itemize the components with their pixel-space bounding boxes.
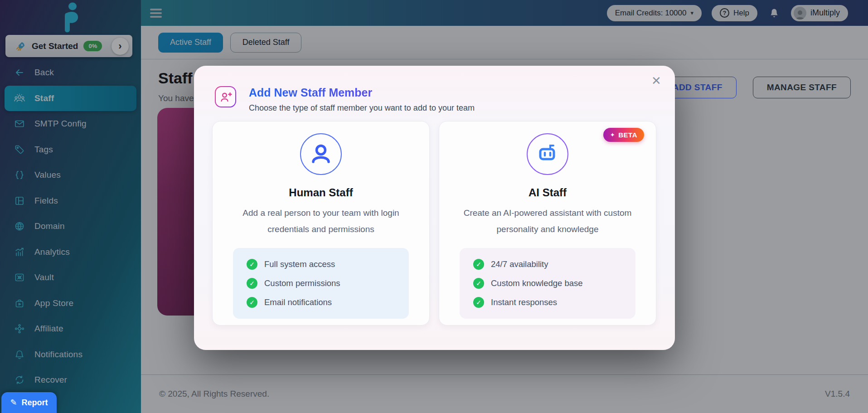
close-icon[interactable]: ✕ <box>649 73 664 88</box>
card-description: Create an AI-powered assistant with cust… <box>463 205 632 238</box>
feature-item: ✓ Email notifications <box>247 297 409 308</box>
app-root: Get Started 0% › Back Staff <box>0 0 868 413</box>
pencil-icon: ✎ <box>10 398 17 408</box>
check-icon: ✓ <box>473 297 484 308</box>
beta-badge: ✦ BETA <box>603 128 644 142</box>
human-staff-card[interactable]: Human Staff Add a real person to your te… <box>212 121 430 326</box>
card-title: Human Staff <box>289 186 353 199</box>
modal-header: Add New Staff Member Choose the type of … <box>215 86 475 113</box>
robot-icon <box>526 133 569 175</box>
modal-subtitle: Choose the type of staff member you want… <box>249 103 475 113</box>
feature-item: ✓ Instant responses <box>473 297 635 308</box>
feature-list: ✓ 24/7 availability ✓ Custom knowledge b… <box>460 248 635 319</box>
report-label: Report <box>22 398 48 408</box>
report-button[interactable]: ✎ Report <box>1 392 57 413</box>
ai-staff-card[interactable]: ✦ BETA AI Staff Create an AI-powered ass… <box>439 121 656 326</box>
check-icon: ✓ <box>247 259 257 270</box>
modal-title-block: Add New Staff Member Choose the type of … <box>249 86 475 113</box>
check-icon: ✓ <box>473 278 484 289</box>
feature-item: ✓ Full system access <box>247 259 409 270</box>
sparkle-icon: ✦ <box>610 131 615 138</box>
human-person-icon <box>300 133 342 175</box>
card-title: AI Staff <box>529 186 567 199</box>
modal-title: Add New Staff Member <box>249 86 475 99</box>
person-plus-icon <box>215 86 236 107</box>
check-icon: ✓ <box>473 259 484 270</box>
feature-item: ✓ Custom knowledge base <box>473 278 635 289</box>
card-description: Add a real person to your team with logi… <box>237 205 405 238</box>
check-icon: ✓ <box>247 278 257 289</box>
check-icon: ✓ <box>247 297 257 308</box>
feature-item: ✓ 24/7 availability <box>473 259 635 270</box>
feature-item: ✓ Custom permissions <box>247 278 409 289</box>
add-staff-modal: ✕ Add New Staff Member Choose the type o… <box>194 66 675 350</box>
feature-list: ✓ Full system access ✓ Custom permission… <box>233 248 409 319</box>
staff-type-cards: Human Staff Add a real person to your te… <box>212 121 656 326</box>
